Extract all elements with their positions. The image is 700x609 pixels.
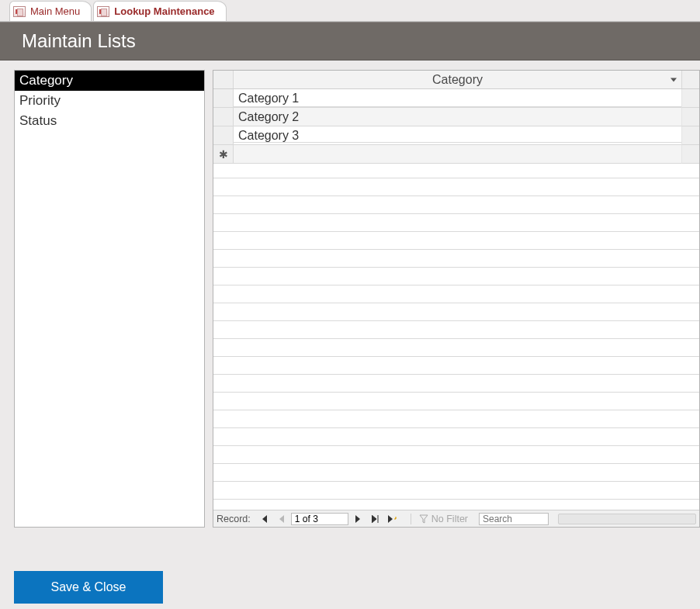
data-grid: Category Category 1 Category 2 [213, 70, 700, 528]
sidebar-item-category[interactable]: Category [15, 71, 204, 91]
asterisk-icon: ✱ [219, 148, 228, 161]
first-record-button[interactable] [257, 513, 271, 525]
tab-label: Lookup Maintenance [114, 5, 214, 17]
prev-icon [278, 515, 284, 523]
page-header: Maintain Lists [0, 22, 700, 61]
column-header-row: Category [213, 71, 699, 89]
row-tail [682, 89, 699, 108]
next-record-button[interactable] [352, 513, 366, 525]
new-record-icon [388, 515, 397, 523]
horizontal-scrollbar[interactable] [558, 514, 696, 524]
main-content: Category Priority Status Category Catego… [0, 61, 700, 528]
form-icon [13, 6, 26, 17]
grid-body[interactable]: Category 1 Category 2 Category 3 [213, 89, 699, 510]
table-row[interactable]: Category 3 [213, 126, 699, 145]
column-header-category[interactable]: Category [234, 71, 682, 88]
row-selector[interactable] [213, 108, 234, 126]
search-input[interactable] [479, 513, 549, 525]
cell-category[interactable]: Category 2 [234, 108, 682, 126]
prev-record-button[interactable] [274, 513, 288, 525]
record-position-input[interactable] [291, 513, 348, 525]
new-record-button[interactable] [386, 513, 400, 525]
next-icon [355, 515, 362, 523]
filter-icon [419, 514, 428, 524]
new-record-row[interactable]: ✱ [213, 145, 699, 164]
cell-value: Category 3 [238, 129, 299, 143]
row-tail [682, 145, 699, 164]
form-icon [97, 6, 109, 17]
tab-main-menu[interactable]: Main Menu [9, 1, 92, 21]
last-icon [372, 515, 379, 523]
record-navigator: Record: No Filter [213, 510, 699, 527]
sidebar-item-label: Category [19, 73, 73, 88]
sidebar-item-priority[interactable]: Priority [15, 91, 204, 111]
tab-label: Main Menu [30, 5, 80, 17]
row-selector[interactable] [213, 126, 234, 145]
cell-value: Category 2 [238, 110, 299, 124]
cell-value: Category 1 [238, 92, 299, 106]
save-and-close-button[interactable]: Save & Close [14, 571, 163, 604]
page-title: Maintain Lists [22, 30, 136, 52]
table-row[interactable]: Category 2 [213, 108, 699, 126]
sidebar-item-label: Status [19, 113, 57, 128]
row-selector[interactable] [213, 89, 234, 108]
cell-category[interactable] [234, 145, 682, 164]
button-label: Save & Close [51, 580, 126, 593]
sidebar-item-status[interactable]: Status [15, 111, 204, 131]
record-label: Record: [217, 514, 251, 524]
dropdown-icon [671, 78, 677, 81]
row-tail [682, 126, 699, 145]
column-header-label: Category [432, 73, 483, 87]
cell-category[interactable]: Category 3 [234, 126, 682, 145]
filter-label: No Filter [431, 514, 468, 524]
new-record-marker[interactable]: ✱ [213, 145, 234, 164]
first-icon [260, 515, 268, 523]
filter-indicator[interactable]: No Filter [411, 514, 468, 524]
last-record-button[interactable] [369, 513, 383, 525]
row-tail [682, 108, 699, 126]
tab-lookup-maintenance[interactable]: Lookup Maintenance [93, 1, 226, 21]
row-selector-header[interactable] [213, 71, 234, 88]
cell-category[interactable]: Category 1 [234, 89, 682, 108]
column-tail [682, 71, 699, 88]
table-row[interactable]: Category 1 [213, 89, 699, 108]
lookup-list: Category Priority Status [14, 70, 205, 528]
tab-strip: Main Menu Lookup Maintenance [0, 0, 700, 22]
sidebar-item-label: Priority [19, 93, 61, 108]
